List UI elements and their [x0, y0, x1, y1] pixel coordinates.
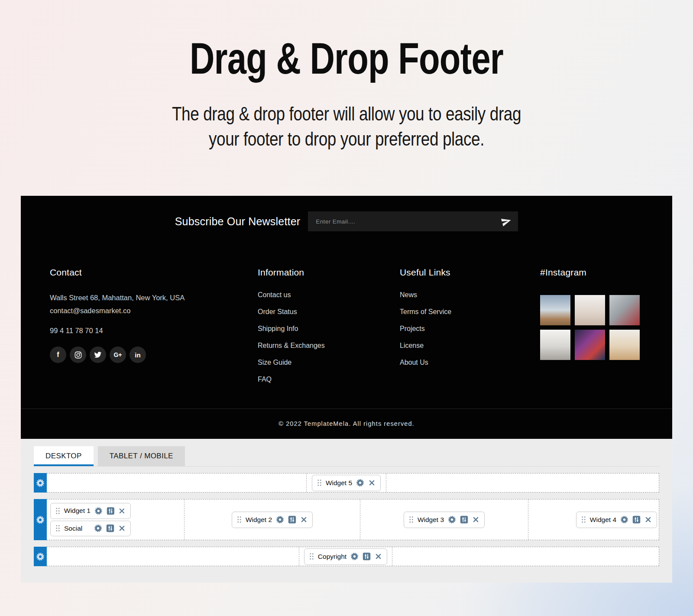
instagram-glyph — [74, 351, 82, 359]
drop-cell[interactable]: Widget 3 — [360, 499, 528, 540]
newsletter-label: Subscribe Our Newsletter — [175, 215, 301, 228]
widget-label: Widget 3 — [418, 516, 444, 524]
social-icons: f G+ — [50, 347, 258, 363]
sliders-icon[interactable] — [107, 507, 115, 515]
twitter-icon[interactable] — [90, 347, 106, 363]
page-subtitle: The drag & drop footer will allow you to… — [55, 101, 638, 152]
gear-icon[interactable] — [620, 515, 628, 524]
gear-icon[interactable] — [94, 507, 103, 515]
widget-chip-widget4[interactable]: Widget 4 — [576, 512, 657, 528]
drop-cell[interactable]: Copyright — [299, 547, 392, 566]
gear-icon[interactable] — [276, 515, 284, 524]
newsletter-email-input[interactable] — [308, 211, 518, 231]
instagram-photo-firefighter[interactable] — [575, 330, 605, 360]
close-icon[interactable] — [644, 516, 652, 523]
widget-chip-widget5[interactable]: Widget 5 — [312, 475, 381, 491]
drop-cell[interactable] — [47, 473, 307, 492]
close-icon[interactable] — [118, 525, 126, 532]
drop-cell[interactable]: Widget 1 Social — [47, 499, 185, 540]
link-about-us[interactable]: About Us — [400, 359, 428, 366]
drag-handle-icon[interactable] — [317, 479, 322, 486]
contact-phone: 99 4 11 78 70 14 — [50, 324, 258, 337]
instagram-photo-bedroom[interactable] — [540, 330, 570, 360]
link-news[interactable]: News — [400, 291, 417, 298]
widget-chip-social[interactable]: Social — [50, 521, 131, 537]
link-returns-exchanges[interactable]: Returns & Exchanges — [258, 342, 325, 349]
link-size-guide[interactable]: Size Guide — [258, 359, 291, 366]
drag-handle-icon[interactable] — [237, 516, 242, 523]
instagram-photo-wedding[interactable] — [609, 330, 640, 360]
subtitle-line-2: your footer to drop your preferred place… — [55, 126, 638, 152]
drag-handle-icon[interactable] — [581, 516, 586, 523]
row-cells: Widget 5 — [47, 473, 659, 493]
widget-label: Copyright — [318, 553, 346, 561]
drop-cell[interactable]: Widget 5 — [307, 473, 386, 492]
footer-column-instagram: #Instagram — [540, 267, 644, 409]
drop-cell[interactable] — [386, 473, 659, 492]
footer-builder-panel: DESKTOP TABLET / MOBILE Widget 5 — [21, 439, 672, 583]
footer-column-contact: Contact Walls Street 68, Mahattan, New Y… — [50, 267, 258, 409]
builder-row-1: Widget 5 — [34, 473, 659, 493]
close-icon[interactable] — [300, 516, 308, 523]
tab-desktop[interactable]: DESKTOP — [34, 446, 94, 466]
sliders-icon[interactable] — [363, 552, 371, 561]
drag-handle-icon[interactable] — [409, 516, 414, 523]
row-settings-button[interactable] — [34, 473, 47, 493]
close-icon[interactable] — [472, 516, 479, 523]
gear-icon[interactable] — [94, 524, 102, 532]
gear-icon — [36, 515, 45, 524]
google-plus-icon[interactable]: G+ — [110, 347, 126, 363]
information-links: Contact us Order Status Shipping Info Re… — [258, 291, 400, 383]
widget-chip-widget1[interactable]: Widget 1 — [50, 503, 131, 519]
drop-cell[interactable] — [47, 547, 299, 566]
row-cells: Widget 1 Social — [47, 499, 659, 540]
widget-chip-copyright[interactable]: Copyright — [304, 548, 387, 565]
copyright-text: © 2022 TemplateMela. All rights reserved… — [278, 420, 414, 427]
facebook-icon[interactable]: f — [50, 347, 66, 363]
close-icon[interactable] — [368, 479, 376, 486]
drop-cell[interactable]: Widget 2 — [185, 499, 360, 540]
gear-icon[interactable] — [350, 552, 359, 561]
contact-heading: Contact — [50, 267, 258, 278]
sliders-icon[interactable] — [460, 515, 468, 524]
widget-label: Social — [64, 525, 90, 532]
link-license[interactable]: License — [400, 342, 424, 349]
close-icon[interactable] — [118, 507, 126, 515]
newsletter-send-button[interactable] — [501, 216, 512, 227]
gear-icon[interactable] — [356, 479, 364, 487]
sliders-icon[interactable] — [288, 515, 296, 524]
drag-handle-icon[interactable] — [55, 507, 60, 515]
linkedin-icon[interactable]: in — [130, 347, 146, 363]
instagram-photo-mechanic[interactable] — [609, 295, 640, 325]
gear-icon[interactable] — [448, 515, 456, 524]
instagram-photo-child-glasses[interactable] — [575, 295, 605, 325]
row-settings-button[interactable] — [34, 547, 47, 566]
link-faq[interactable]: FAQ — [258, 376, 272, 383]
drag-handle-icon[interactable] — [309, 553, 314, 560]
gear-icon — [36, 552, 45, 561]
instagram-icon[interactable] — [70, 347, 86, 363]
drag-handle-icon[interactable] — [55, 525, 60, 532]
link-terms-of-service[interactable]: Terms of Service — [400, 308, 451, 315]
link-contact-us[interactable]: Contact us — [258, 291, 291, 298]
paper-plane-icon — [500, 215, 513, 228]
tab-tablet-mobile[interactable]: TABLET / MOBILE — [98, 446, 185, 466]
widget-chip-widget3[interactable]: Widget 3 — [404, 512, 485, 528]
close-icon[interactable] — [375, 553, 382, 560]
link-projects[interactable]: Projects — [400, 325, 425, 332]
row-settings-button[interactable] — [34, 499, 47, 540]
footer-column-useful-links: Useful Links News Terms of Service Proje… — [400, 267, 540, 409]
link-shipping-info[interactable]: Shipping Info — [258, 325, 298, 332]
sliders-icon[interactable] — [632, 515, 641, 524]
instagram-grid — [540, 295, 644, 360]
builder-row-2: Widget 1 Social — [34, 499, 659, 540]
subtitle-line-1: The drag & drop footer will allow you to… — [55, 101, 638, 126]
footer-columns: Contact Walls Street 68, Mahattan, New Y… — [21, 244, 672, 409]
widget-chip-widget2[interactable]: Widget 2 — [232, 512, 313, 528]
sliders-icon[interactable] — [106, 524, 114, 532]
link-order-status[interactable]: Order Status — [258, 308, 297, 315]
drop-cell[interactable] — [392, 547, 659, 566]
widget-label: Widget 1 — [64, 507, 91, 515]
drop-cell[interactable]: Widget 4 — [528, 499, 659, 540]
instagram-photo-cyclist[interactable] — [540, 295, 570, 325]
